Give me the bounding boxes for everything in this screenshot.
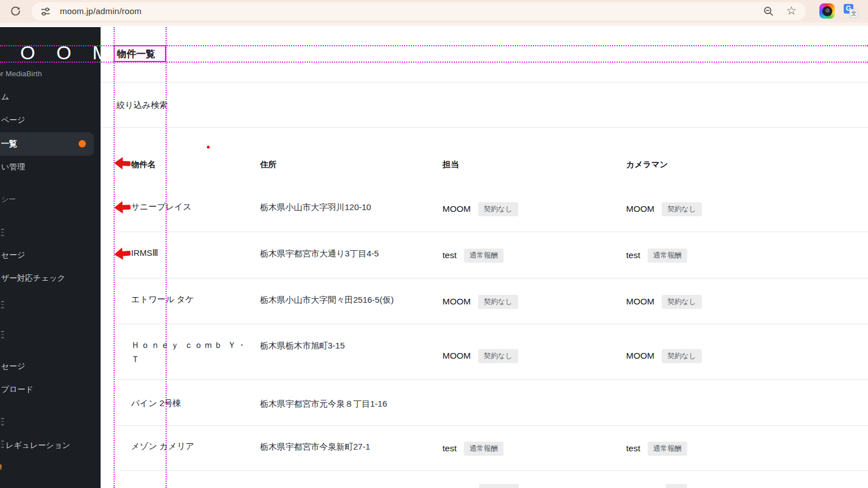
sidebar-item[interactable]: セージ: [1, 361, 25, 372]
logo-tagline: or MediaBirth: [0, 69, 42, 78]
devtools-guide-horizontal: [0, 62, 868, 63]
photographer-cell: test通常報酬: [626, 440, 687, 457]
translate-extension-icon[interactable]: G 文: [844, 4, 858, 18]
browser-window: moom.jp/admin/room ☆ G 文 M O O M or Medi…: [0, 0, 868, 488]
row-divider: [115, 232, 868, 232]
photographer-contract-badge: 契約なし: [662, 295, 702, 309]
notification-dot: [79, 140, 86, 147]
manager-name: test: [442, 250, 457, 260]
photographer-name: test: [626, 443, 640, 454]
manager-cell: MOOM契約なし: [442, 347, 518, 364]
property-name: サニープレイス: [131, 202, 253, 212]
manager-contract-badge: 通常報酬: [464, 442, 504, 456]
sidebar-item[interactable]: ページ: [1, 115, 25, 125]
toolbar-bottom-strip: [0, 23, 868, 26]
clipped-avatar-icon: [0, 464, 2, 470]
sidebar-item[interactable]: ム: [1, 92, 9, 102]
photographer-contract-badge: 通常報酬: [648, 442, 687, 456]
property-name: IRMSⅢ: [131, 248, 253, 258]
sidebar-clipped-fragment: [1, 301, 4, 310]
sidebar-item[interactable]: い管理: [1, 162, 25, 172]
photographer-contract-badge: 通常報酬: [648, 249, 687, 263]
zoom-out-icon[interactable]: [763, 6, 774, 17]
sidebar-item-active[interactable]: 一覧: [1, 139, 17, 149]
red-arrow-annotation: [112, 245, 134, 262]
column-header: 物件名: [131, 159, 156, 170]
sidebar-clipped-fragment: [1, 229, 4, 238]
sidebar-item[interactable]: ザー対応チェック: [1, 273, 66, 284]
reload-icon[interactable]: [10, 5, 21, 17]
column-header: カメラマン: [626, 159, 668, 170]
address-bar[interactable]: moom.jp/admin/room ☆: [32, 2, 806, 20]
photographer-name: MOOM: [626, 297, 654, 307]
photographer-contract-badge: 契約なし: [662, 202, 702, 216]
color-camera-extension-icon[interactable]: [819, 3, 835, 19]
property-address: 栃木県宇都宮市今泉新町27-1: [260, 442, 370, 452]
sidebar-item: シー: [1, 194, 16, 204]
manager-contract-badge: 契約なし: [478, 349, 518, 363]
devtools-guide-horizontal: [0, 45, 868, 46]
manager-name: MOOM: [442, 351, 471, 361]
photographer-cell: MOOM契約なし: [626, 293, 702, 310]
property-name: Ｈｏｎｅｙ ｃｏｍｂ Ｙ・: [131, 340, 253, 351]
photographer-contract-badge: 契約なし: [662, 349, 702, 363]
photographer-cell: MOOM契約なし: [626, 347, 702, 364]
stray-red-dot-annotation: [207, 146, 210, 149]
manager-cell: test通常報酬: [442, 440, 504, 457]
row-divider: [115, 470, 868, 471]
browser-toolbar: moom.jp/admin/room ☆ G 文: [0, 0, 868, 23]
property-address: 栃木県宇都宮市元今泉８丁目1-16: [260, 399, 387, 409]
photographer-name: MOOM: [626, 351, 654, 361]
row-divider: [115, 278, 868, 278]
red-arrow-annotation: [113, 155, 134, 171]
partial-badge: [479, 484, 519, 488]
partial-badge: [666, 484, 687, 488]
manager-contract-badge: 契約なし: [478, 295, 518, 309]
row-divider: [115, 380, 868, 380]
manager-name: test: [442, 443, 457, 454]
sidebar-item[interactable]: レギュレーション: [1, 441, 70, 451]
sidebar-item[interactable]: セージ: [1, 250, 25, 260]
filter-search-label[interactable]: 絞り込み検索: [116, 100, 168, 111]
section-divider: [101, 82, 868, 82]
property-name: エトワール タケ: [131, 294, 253, 305]
red-arrow-annotation: [112, 199, 133, 216]
manager-name: MOOM: [442, 204, 471, 214]
manager-cell: MOOM契約なし: [442, 201, 518, 217]
property-name-line2: Ｔ: [131, 354, 253, 365]
column-header: 担当: [442, 159, 459, 170]
sidebar-item[interactable]: プロード: [1, 385, 33, 395]
sidebar-clipped-fragment: [1, 331, 4, 340]
row-divider: [115, 324, 868, 324]
property-address: 栃木県栃木市旭町3-15: [260, 341, 345, 351]
photographer-cell: MOOM契約なし: [626, 201, 702, 217]
photographer-name: test: [626, 250, 640, 260]
manager-cell: test通常報酬: [442, 247, 504, 264]
manager-contract-badge: 通常報酬: [464, 249, 504, 263]
property-name: メゾン カメリア: [131, 441, 253, 452]
sidebar-clipped-fragment: [1, 418, 4, 427]
sidebar-nav: M O O M or MediaBirth ムページ一覧い管理シーセージザー対応…: [0, 27, 101, 488]
property-address: 栃木県宇都宮市大通り3丁目4-5: [260, 249, 379, 259]
site-settings-icon[interactable]: [40, 6, 51, 17]
photographer-cell: test通常報酬: [626, 247, 687, 264]
section-divider: [101, 127, 868, 128]
manager-contract-badge: 契約なし: [478, 202, 518, 216]
url-text: moom.jp/admin/room: [60, 6, 141, 16]
manager-name: MOOM: [442, 297, 471, 307]
column-header: 住所: [260, 159, 276, 170]
manager-cell: MOOM契約なし: [442, 293, 518, 310]
bookmark-star-icon[interactable]: ☆: [786, 5, 797, 16]
property-address: 栃木県小山市大字間々田2516-5(仮): [260, 295, 394, 306]
photographer-name: MOOM: [626, 204, 654, 214]
devtools-selection-box: [114, 45, 166, 62]
property-address: 栃木県小山市大字羽川120-10: [260, 202, 371, 213]
row-divider: [115, 425, 868, 426]
property-name: パイン 2号棟: [131, 398, 253, 409]
